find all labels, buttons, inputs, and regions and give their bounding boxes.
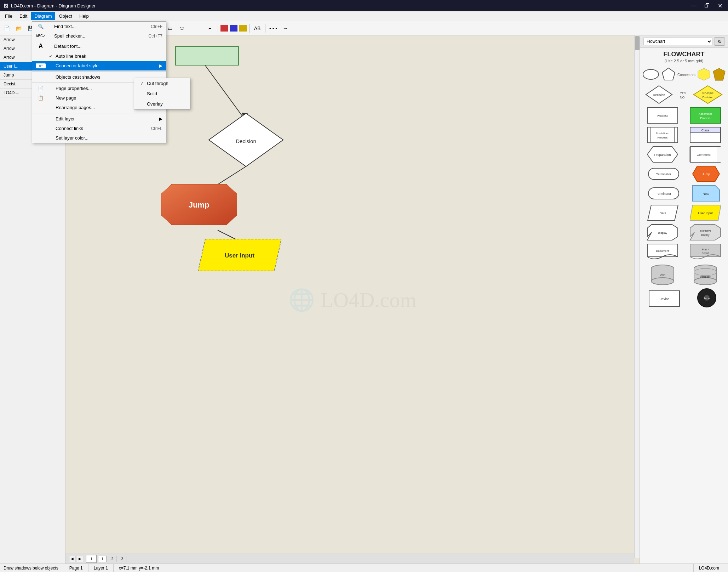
submenu-solid[interactable]: Solid <box>134 89 190 99</box>
shape-process[interactable]: Process <box>647 107 678 125</box>
color-1[interactable] <box>220 25 228 32</box>
shape-display[interactable]: Display <box>647 224 678 242</box>
right-panel-header: Flowchart ↻ <box>640 35 728 48</box>
shape-database[interactable]: Database <box>693 264 718 287</box>
canvas-rect-green[interactable] <box>175 46 239 66</box>
canvas-user-input[interactable]: User Input <box>198 239 281 271</box>
shape-device[interactable]: Device <box>648 290 680 308</box>
text-tool[interactable]: abc <box>153 23 163 33</box>
arrow-tool[interactable]: ╲ <box>104 23 115 33</box>
left-item-0[interactable]: Arrow <box>0 35 65 44</box>
shape-terminator[interactable]: Terminator <box>648 165 680 183</box>
page-left-btn[interactable]: ◀ <box>69 556 75 562</box>
status-bar: Draw shadows below objects Page 1 Layer … <box>0 563 728 572</box>
menu-new-page[interactable]: 📋 New page <box>65 93 166 103</box>
page-tab-1[interactable]: 1 <box>98 556 107 562</box>
ellipse-tool[interactable]: ⬭ <box>177 23 187 33</box>
menu-rearrange-pages[interactable]: Rearrange pages... Ctrl+R <box>65 103 166 112</box>
new-button[interactable]: 📄 <box>1 23 12 33</box>
links-label: Connect links <box>65 126 151 131</box>
canvas-jump[interactable]: Jump <box>161 184 237 225</box>
left-item-1[interactable]: Arrow <box>0 44 65 53</box>
close-button[interactable]: ✕ <box>716 2 724 10</box>
shape-hexagon-y[interactable] <box>697 68 711 82</box>
menu-page-properties[interactable]: 📄 Page properties... <box>65 84 166 93</box>
shape-interactive-display[interactable]: InteractiveDisplay <box>689 224 721 242</box>
line-style-1[interactable]: — <box>193 23 203 33</box>
save-button[interactable]: 💾 <box>25 23 36 33</box>
pan-button[interactable]: ✋ <box>53 23 64 33</box>
menu-edit[interactable]: Edit <box>16 12 31 20</box>
shape-disk[interactable]: Disk <box>650 264 675 287</box>
open-button[interactable]: 📂 <box>13 23 24 33</box>
scroll-thumb-v[interactable] <box>635 36 640 50</box>
left-item-5[interactable]: Decisi... <box>0 80 65 89</box>
color-3[interactable] <box>239 25 247 32</box>
text-style-btn[interactable]: AB <box>252 23 263 33</box>
shape-note[interactable]: Note <box>692 185 720 203</box>
arrow-end[interactable]: → <box>280 23 291 33</box>
shape-print-report[interactable]: Print /Report <box>689 243 721 263</box>
menu-diagram[interactable]: Diagram <box>31 12 55 20</box>
shape-predefined-process[interactable]: PredefinedProcess <box>647 126 678 145</box>
page-right-btn[interactable]: ▶ <box>77 556 83 562</box>
canvas-scroll-vertical[interactable] <box>634 35 640 558</box>
svg-text:Decision: Decision <box>236 138 256 144</box>
left-item-3[interactable]: User I... <box>0 62 65 71</box>
menu-edit-layer[interactable]: Edit layer ▶ <box>65 114 166 124</box>
shape-class[interactable]: Class <box>689 126 721 145</box>
shape-on-input-decision[interactable]: On-InputDecision <box>693 85 723 106</box>
shape-document[interactable]: Document <box>647 243 678 263</box>
title-bar: 🖼 LO4D.com - Diagram - Diagram Designer … <box>0 0 728 11</box>
dash-line[interactable]: - - - <box>268 23 279 33</box>
zoom-input[interactable] <box>81 24 99 33</box>
canvas-decision[interactable]: Decision <box>207 112 285 168</box>
line-tool[interactable]: ↗ <box>116 23 127 33</box>
canvas-area[interactable]: 🌐 LO4D.com Decision <box>65 35 640 563</box>
shape-assembler-process[interactable]: AssemblerProcess <box>689 107 721 125</box>
left-item-2[interactable]: Arrow <box>0 53 65 62</box>
menu-default-font[interactable]: A Default font... <box>65 41 166 51</box>
shape-user-input[interactable]: User Input <box>690 204 721 222</box>
shape-pentagon-dark[interactable] <box>712 68 726 82</box>
shape-pentagon[interactable] <box>661 67 676 83</box>
shape-jump[interactable]: Jump <box>692 165 720 183</box>
page-tab-3[interactable]: 3 <box>118 556 126 562</box>
menu-objects-cast-shadows[interactable]: Objects cast shadows <box>65 72 166 82</box>
left-item-4[interactable]: Jump <box>0 71 65 80</box>
menu-spell-checker[interactable]: ABC✓ Spell checker... Ctrl+F7 <box>65 35 166 41</box>
menu-connect-links[interactable]: Connect links Ctrl+L <box>65 124 166 133</box>
svg-text:Jump: Jump <box>702 172 710 176</box>
menu-file[interactable]: File <box>1 12 16 20</box>
connector-tool[interactable]: ⌐ <box>128 23 139 33</box>
status-layer: Layer 1 <box>88 564 113 572</box>
menu-connector-label-style[interactable]: A* Connector label style ▶ <box>65 61 166 70</box>
maximize-button[interactable]: 🗗 <box>702 2 712 10</box>
shape-terminator2[interactable]: Terminator <box>648 185 680 203</box>
shape-tape[interactable]: Tape <box>694 288 720 310</box>
submenu-cut-through[interactable]: ✓ Cut throgh <box>134 78 190 89</box>
panel-refresh-btn[interactable]: ↻ <box>715 37 724 46</box>
shape-preparation[interactable]: Preparation <box>647 146 678 164</box>
title-bar-left: 🖼 LO4D.com - Diagram - Diagram Designer <box>4 3 96 9</box>
line-style-2[interactable]: ⌐ <box>205 23 215 33</box>
curve-tool[interactable]: ⤸ <box>141 23 151 33</box>
page-tab-2[interactable]: 2 <box>108 556 116 562</box>
color-2[interactable] <box>230 25 237 32</box>
shapes-row-basic: Connectors <box>641 67 727 83</box>
shape-decision[interactable]: Decision <box>645 85 673 106</box>
menu-set-layer-color[interactable]: Set layer color... <box>65 133 166 143</box>
left-item-6[interactable]: LO4D.... <box>0 89 65 97</box>
flowchart-selector[interactable]: Flowchart <box>643 38 712 45</box>
menu-object[interactable]: Object <box>55 12 76 20</box>
find-button[interactable]: 🔍 <box>41 23 52 33</box>
menu-help[interactable]: Help <box>76 12 92 20</box>
shape-data[interactable]: Data <box>647 204 679 222</box>
rect-tool[interactable]: ▭ <box>165 23 175 33</box>
shape-oval[interactable] <box>642 68 660 82</box>
shape-comment[interactable]: Comment <box>689 146 721 164</box>
menu-auto-line-break[interactable]: ✓ Auto line break <box>65 51 166 61</box>
minimize-button[interactable]: — <box>689 2 699 10</box>
submenu-overlay[interactable]: Overlay <box>134 99 190 109</box>
select-button[interactable]: ⊕ <box>65 23 76 33</box>
